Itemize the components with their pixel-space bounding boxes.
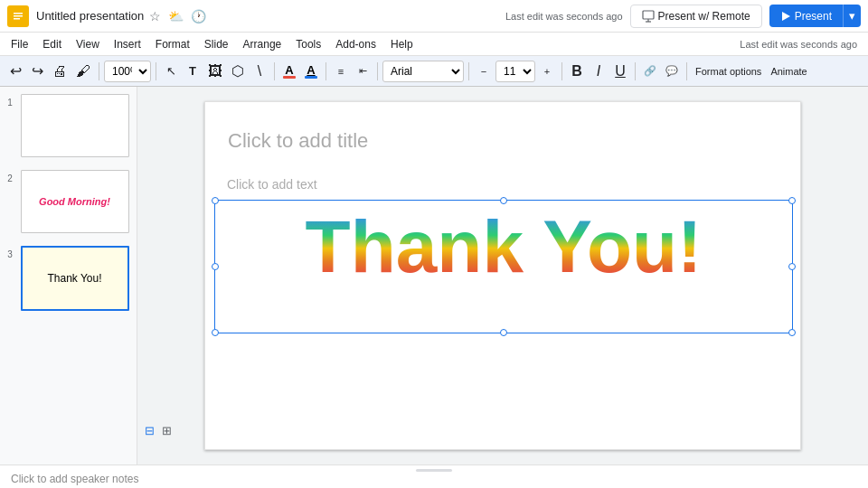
present-btn-group: Present ▾	[769, 5, 861, 27]
handle-top-right[interactable]	[788, 197, 796, 204]
present-remote-label: Present w/ Remote	[658, 10, 750, 23]
history-icon[interactable]: 🕐	[191, 9, 206, 23]
menu-slide[interactable]: Slide	[197, 35, 236, 53]
handle-mid-right[interactable]	[788, 263, 796, 270]
sep4	[326, 62, 326, 80]
font-size-select[interactable]: 111214182436	[495, 61, 535, 82]
filmstrip-view-button[interactable]: ⊟	[143, 422, 156, 439]
editor-area[interactable]: Click to add title Click to add text Tha…	[137, 87, 868, 465]
present-button[interactable]: Present	[769, 5, 843, 27]
menu-view[interactable]: View	[69, 35, 107, 53]
bold-button[interactable]: B	[567, 60, 587, 83]
text-button[interactable]: T	[183, 60, 203, 83]
shapes-button[interactable]: ⬡	[228, 60, 248, 83]
sep7	[561, 62, 562, 80]
sep8	[635, 62, 636, 80]
last-edit-text: Last edit was seconds ago	[505, 11, 623, 22]
menu-arrange[interactable]: Arrange	[236, 35, 289, 53]
thank-you-text: Thank You!	[215, 201, 792, 287]
sep5	[377, 62, 378, 80]
line-spacing-button[interactable]: ≡	[331, 60, 351, 83]
slide-thumb-1[interactable]	[21, 94, 129, 157]
print-button[interactable]: 🖨	[49, 60, 71, 83]
titlebar: Untitled presentation ☆ ⛅ 🕐 Last edit wa…	[0, 0, 868, 33]
handle-mid-left[interactable]	[212, 263, 219, 270]
slide-canvas[interactable]: Click to add title Click to add text Tha…	[204, 101, 801, 450]
slide-thumb-3[interactable]: Thank You!	[21, 246, 129, 311]
sep9	[686, 62, 687, 80]
menu-file[interactable]: File	[4, 35, 35, 53]
slide-2-text: Good Morning!	[39, 196, 110, 207]
handle-top-center[interactable]	[500, 197, 507, 204]
handle-top-left[interactable]	[212, 197, 219, 204]
slide-thumb-2-inner: Good Morning!	[22, 171, 128, 232]
slide-num-3: 3	[4, 246, 16, 259]
app-logo	[7, 5, 29, 27]
slide-title-area[interactable]: Click to add title	[227, 118, 778, 164]
main-layout: 1 2 Good Morning! 3 Thank You!	[0, 87, 868, 465]
menu-format[interactable]: Format	[148, 35, 197, 53]
slide-row-2: 2 Good Morning!	[4, 170, 133, 239]
menubar: File Edit View Insert Format Slide Arran…	[0, 33, 868, 56]
slide-thumb-2[interactable]: Good Morning!	[21, 170, 129, 233]
monitor-icon	[642, 10, 655, 23]
menu-tools[interactable]: Tools	[288, 35, 328, 53]
slide-subtitle-area[interactable]: Click to add text	[227, 171, 778, 198]
thank-you-textbox[interactable]: Thank You!	[214, 200, 793, 333]
handle-bottom-right[interactable]	[788, 329, 796, 336]
animate-button[interactable]: Animate	[767, 60, 810, 83]
menu-edit[interactable]: Edit	[35, 35, 69, 53]
present-dropdown-button[interactable]: ▾	[843, 5, 861, 27]
doc-title[interactable]: Untitled presentation	[36, 9, 144, 23]
font-increase-button[interactable]: +	[537, 60, 557, 83]
svg-rect-1	[14, 13, 23, 14]
play-icon	[780, 11, 791, 22]
image-button[interactable]: 🖼	[204, 60, 226, 83]
titlebar-icons: ☆ ⛅ 🕐	[149, 9, 206, 23]
sep3	[274, 62, 275, 80]
menu-addons[interactable]: Add-ons	[328, 35, 383, 53]
svg-marker-7	[782, 12, 790, 21]
slide-row-1: 1	[4, 94, 133, 163]
menu-help[interactable]: Help	[383, 35, 420, 53]
notes-drag-handle[interactable]	[416, 469, 452, 472]
slide-thumb-3-inner: Thank You!	[23, 248, 127, 309]
format-options-button[interactable]: Format options	[692, 60, 765, 83]
underline-button[interactable]: U	[610, 60, 630, 83]
slide-num-1: 1	[4, 94, 16, 108]
undo-button[interactable]: ↩	[5, 60, 25, 83]
link-button[interactable]: 🔗	[640, 60, 660, 83]
menu-insert[interactable]: Insert	[107, 35, 148, 53]
bg-color-button[interactable]: A	[279, 60, 299, 83]
view-toggle: ⊟ ⊞	[143, 422, 174, 439]
slide-row-3: 3 Thank You!	[4, 246, 133, 316]
italic-button[interactable]: I	[589, 60, 609, 83]
redo-button[interactable]: ↪	[27, 60, 47, 83]
grid-view-button[interactable]: ⊞	[160, 422, 174, 439]
titlebar-right: Last edit was seconds ago Present w/ Rem…	[505, 5, 861, 28]
zoom-select[interactable]: 100%75%50%	[104, 61, 151, 82]
slide-panel: 1 2 Good Morning! 3 Thank You!	[0, 87, 137, 465]
font-family-select[interactable]: Arial	[382, 61, 464, 82]
handle-bottom-left[interactable]	[212, 329, 219, 336]
slide-thumb-1-inner	[22, 95, 128, 156]
svg-rect-3	[14, 18, 20, 20]
last-edit-menu: Last edit was seconds ago	[740, 39, 864, 50]
slide-num-2: 2	[4, 170, 16, 183]
cursor-button[interactable]: ↖	[161, 60, 181, 83]
line-button[interactable]: \	[250, 60, 269, 83]
handle-bottom-center[interactable]	[500, 329, 507, 336]
paint-format-button[interactable]: 🖌	[72, 60, 94, 83]
slide-title-placeholder: Click to add title	[228, 129, 368, 153]
present-label: Present	[795, 10, 832, 23]
svg-rect-4	[643, 11, 654, 19]
cloud-icon: ⛅	[168, 9, 184, 23]
comment-button[interactable]: 💬	[662, 60, 682, 83]
font-decrease-button[interactable]: −	[474, 60, 494, 83]
notes-bar[interactable]: Click to add speaker notes	[0, 465, 868, 488]
star-icon[interactable]: ☆	[149, 9, 161, 23]
text-color-button[interactable]: A	[301, 60, 321, 83]
indent-less-button[interactable]: ⇤	[353, 60, 373, 83]
present-remote-button[interactable]: Present w/ Remote	[630, 5, 762, 28]
slide-subtitle-placeholder: Click to add text	[227, 177, 317, 192]
